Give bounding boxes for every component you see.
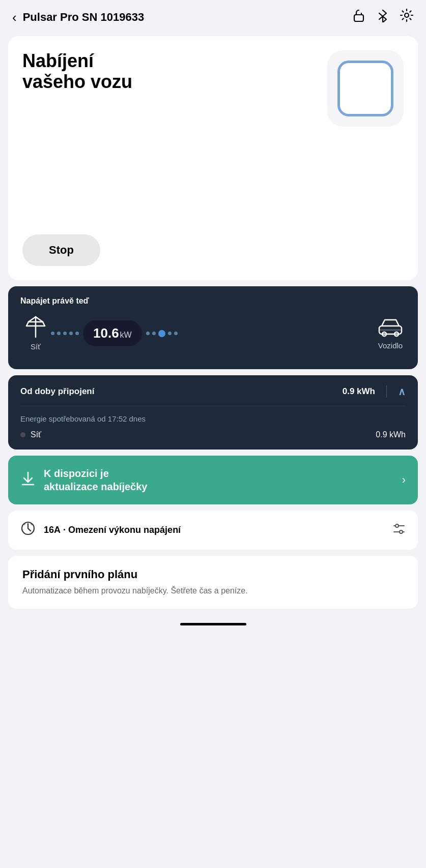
- page-title: Pulsar Pro SN 1019633: [23, 11, 352, 24]
- download-icon: [20, 471, 36, 490]
- bluetooth-icon[interactable]: [376, 8, 389, 26]
- energy-title: Od doby připojení: [20, 386, 94, 397]
- dot: [51, 332, 54, 335]
- source-value: 0.9 kWh: [376, 430, 406, 439]
- dot: [57, 332, 61, 335]
- sliders-icon[interactable]: [392, 522, 406, 538]
- power-limit-card[interactable]: 16A · Omezení výkonu napájení: [8, 511, 418, 550]
- charge-card: Nabíjení vašeho vozu Stop: [8, 36, 418, 280]
- vehicle-label: Vozidlo: [378, 341, 403, 350]
- update-text: K dispozici je aktualizace nabíječky: [44, 467, 147, 493]
- energy-total-value: 0.9 kWh: [343, 386, 375, 397]
- chevron-up-icon[interactable]: ∧: [398, 385, 406, 398]
- stop-button[interactable]: Stop: [22, 234, 100, 266]
- plan-card: Přidání prvního plánu Automatizace během…: [8, 556, 418, 609]
- charger-device-icon: [327, 50, 404, 127]
- dot: [75, 332, 79, 335]
- svg-line-8: [36, 317, 43, 322]
- back-button[interactable]: ‹: [12, 11, 17, 24]
- charge-title: Nabíjení vašeho vozu: [22, 50, 319, 93]
- home-indicator: [0, 615, 426, 630]
- svg-point-18: [395, 524, 399, 527]
- plan-title: Přidání prvního plánu: [22, 568, 404, 581]
- power-limit-icon: [20, 521, 36, 540]
- settings-icon[interactable]: [400, 8, 414, 26]
- power-badge: 10.6kW: [83, 320, 142, 346]
- energy-header: Od doby připojení 0.9 kWh ∧: [20, 385, 406, 406]
- power-section: Napájet právě teď Síť: [8, 286, 418, 369]
- svg-point-1: [405, 13, 409, 17]
- plan-desc: Automatizace během provozu nabíječky. Še…: [22, 585, 404, 596]
- power-section-title: Napájet právě teď: [20, 296, 406, 306]
- update-banner[interactable]: K dispozici je aktualizace nabíječky ›: [8, 456, 418, 504]
- dots-left: [51, 332, 79, 335]
- power-limit-text: 16A · Omezení výkonu napájení: [44, 525, 384, 535]
- source-label: Síť: [31, 430, 41, 439]
- dot: [69, 332, 73, 335]
- energy-source: Síť: [20, 430, 41, 439]
- vehicle-col: Vozidlo: [375, 317, 406, 350]
- grid-icon: [24, 316, 47, 338]
- dot-active: [158, 330, 165, 337]
- flow-line: 10.6kW: [51, 320, 375, 346]
- power-flow: Síť 10.6kW: [20, 316, 406, 351]
- divider: [386, 385, 387, 398]
- energy-subtitle: Energie spotřebovaná od 17:52 dnes: [20, 414, 406, 423]
- dot: [152, 332, 156, 335]
- charge-card-top: Nabíjení vašeho vozu: [22, 50, 404, 127]
- dot: [174, 332, 178, 335]
- dot: [168, 332, 172, 335]
- grid-label: Síť: [31, 342, 41, 351]
- energy-section: Od doby připojení 0.9 kWh ∧ Energie spot…: [8, 375, 418, 450]
- dot: [63, 332, 67, 335]
- home-bar: [180, 623, 246, 625]
- lock-icon[interactable]: [352, 8, 366, 26]
- grid-col: Síť: [20, 316, 51, 351]
- update-content: K dispozici je aktualizace nabíječky: [20, 467, 147, 493]
- power-value: 10.6: [93, 325, 119, 341]
- dot: [146, 332, 150, 335]
- svg-line-7: [29, 317, 36, 322]
- dots-right: [146, 330, 178, 337]
- stop-btn-area: Stop: [22, 210, 404, 266]
- header-icons: [352, 8, 414, 26]
- update-chevron-icon: ›: [402, 473, 406, 487]
- svg-point-20: [400, 530, 403, 533]
- svg-rect-0: [354, 15, 363, 21]
- header: ‹ Pulsar Pro SN 1019633: [0, 0, 426, 32]
- energy-value-header: 0.9 kWh ∧: [343, 385, 406, 398]
- vehicle-icon: [378, 317, 403, 337]
- separator: ·: [63, 525, 68, 535]
- source-dot-icon: [20, 432, 25, 437]
- power-unit: kW: [120, 331, 132, 339]
- charger-device-inner: [337, 61, 393, 116]
- energy-row: Síť 0.9 kWh: [20, 430, 406, 439]
